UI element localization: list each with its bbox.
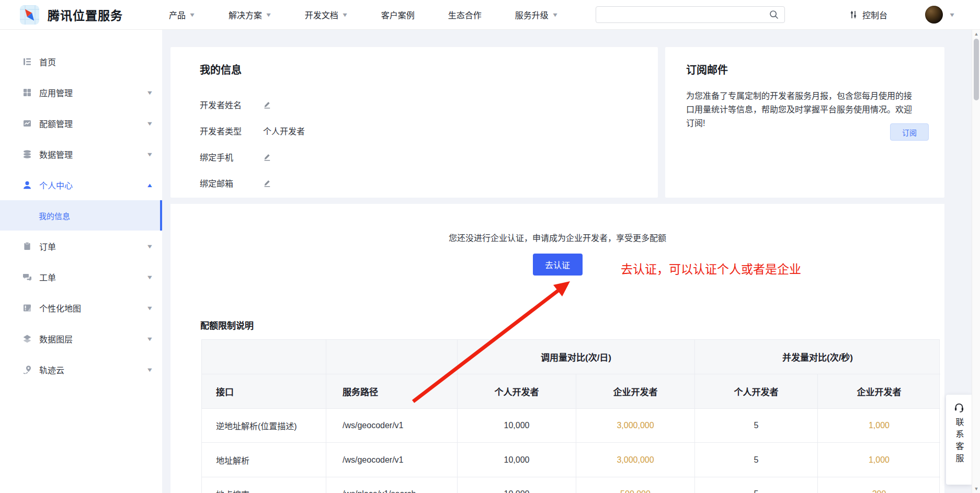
edit-pencil-icon[interactable] [263,153,271,161]
sidebar-item-home[interactable]: 首页 [0,46,162,77]
nav-item-products[interactable]: 产品 ▼ [169,8,195,21]
chevron-up-icon: ▲ [146,182,153,188]
chevron-down-icon: ▼ [189,12,196,18]
enterprise-daily-cell: 3,000,000 [576,442,694,477]
console-link[interactable]: 控制台 [849,8,887,21]
contact-support-tab[interactable]: 联系客服 [946,395,972,485]
database-icon [22,150,32,159]
field-label: 开发者姓名 [200,98,263,111]
personal-daily-cell: 10,000 [457,408,576,442]
brand-name: 腾讯位置服务 [48,6,123,24]
api-name-cell: 逆地址解析(位置描述) [202,408,326,442]
sidebar-item-label: 个人中心 [39,179,73,191]
cert-prompt: 您还没进行企业认证，申请成为企业开发者，享受更多配额 [170,204,944,244]
chevron-down-icon: ▼ [146,89,153,96]
sliders-icon [849,10,858,19]
custom-map-icon [22,303,32,313]
personal-daily-cell: 10,000 [457,442,576,477]
chevron-down-icon: ▼ [146,366,153,373]
table-row: 逆地址解析(位置描述) /ws/geocoder/v1 10,000 3,000… [202,408,939,442]
subscribe-card: 订阅邮件 为您准备了专属定制的开发者服务月报，包含您每月使用的接口用量统计等信息… [665,47,944,198]
avatar[interactable] [925,6,943,24]
nav-item-solutions[interactable]: 解决方案 ▼ [229,8,271,21]
track-pin-icon [22,365,32,374]
nav-item-docs[interactable]: 开发文档 ▼ [305,8,348,21]
enterprise-daily-cell: 500,000 [576,477,694,493]
main-content: 我的信息 开发者姓名 开发者类型 个人开发者 [162,30,980,493]
column-header: 企业开发者 [817,374,940,408]
search-icon[interactable] [769,9,779,20]
scroll-up-arrow-icon[interactable]: ▲ [972,30,980,38]
service-path-cell: /ws/geocoder/v1 [326,408,457,442]
field-label: 绑定手机 [200,151,263,163]
subscribe-card-body: 为您准备了专属定制的开发者服务月报，包含您每月使用的接口用量统计等信息，帮助您及… [686,89,915,130]
go-certify-button[interactable]: 去认证 [533,254,583,276]
sidebar-item-quota[interactable]: 配额管理 ▼ [0,108,162,139]
column-header: 服务路径 [326,374,457,408]
sidebar-item-label: 应用管理 [39,86,73,99]
nav-item-cases[interactable]: 客户案例 [381,8,415,21]
sidebar-item-track-cloud[interactable]: 轨迹云 ▼ [0,354,162,385]
sidebar-item-data[interactable]: 数据管理 ▼ [0,139,162,169]
sidebar-item-custom-map[interactable]: 个性化地图 ▼ [0,292,162,323]
enterprise-daily-cell: 3,000,000 [576,408,694,442]
nav-item-label: 客户案例 [381,8,415,21]
chevron-down-icon: ▼ [146,274,153,280]
nav-item-upgrade[interactable]: 服务升级 ▼ [515,8,558,21]
quota-chart-icon [22,119,32,128]
empty-header-cell [202,340,326,374]
nav-item-label: 产品 [169,8,186,21]
subscribe-button[interactable]: 订阅 [890,123,929,141]
scrollbar-thumb[interactable] [974,39,979,100]
table-row: 地点搜索 /ws/place/v1/search 10,000 500,000 … [202,477,939,493]
chevron-down-icon: ▼ [146,336,153,342]
chevron-down-icon: ▼ [146,151,153,157]
sidebar-item-apps[interactable]: 应用管理 ▼ [0,77,162,108]
column-header: 个人开发者 [457,374,576,408]
api-name-cell: 地址解析 [202,442,326,477]
sidebar-item-orders[interactable]: 订单 ▼ [0,231,162,261]
table-group-header-row: 调用量对比(次/日) 并发量对比(次/秒) [202,340,939,374]
nav-item-label: 服务升级 [515,8,549,21]
profile-card-title: 我的信息 [200,62,658,77]
brand[interactable]: 腾讯位置服务 [20,5,123,25]
app-screen: 腾讯位置服务 产品 ▼ 解决方案 ▼ 开发文档 ▼ 客户案例 生态合作 服务升级 [0,0,980,493]
profile-row-name: 开发者姓名 [200,91,658,118]
top-navbar: 腾讯位置服务 产品 ▼ 解决方案 ▼ 开发文档 ▼ 客户案例 生态合作 服务升级 [0,0,980,30]
sidebar-item-layers[interactable]: 数据图层 ▼ [0,323,162,354]
sidebar-item-label: 个性化地图 [39,302,81,314]
sidebar-item-label: 数据管理 [39,148,73,160]
order-clipboard-icon [22,242,32,251]
nav-menu: 产品 ▼ 解决方案 ▼ 开发文档 ▼ 客户案例 生态合作 服务升级 ▼ [169,8,591,21]
profile-rows: 开发者姓名 开发者类型 个人开发者 绑定手机 [200,91,658,196]
column-header: 接口 [202,374,326,408]
sidebar-item-label: 数据图层 [39,333,73,345]
chevron-down-icon[interactable]: ▼ [949,12,956,18]
chevron-down-icon: ▼ [265,12,272,18]
sidebar-item-label: 配额管理 [39,117,73,130]
sidebar: 首页 应用管理 ▼ 配额管理 ▼ [0,30,162,493]
cards-row: 我的信息 开发者姓名 开发者类型 个人开发者 [170,47,944,198]
column-header: 个人开发者 [694,374,817,408]
scroll-down-arrow-icon[interactable]: ▼ [972,485,980,493]
personal-qps-cell: 5 [694,408,817,442]
profile-row-type: 开发者类型 个人开发者 [200,118,658,144]
sidebar-item-tickets[interactable]: 工单 ▼ [0,261,162,292]
search-input[interactable] [596,7,769,22]
quota-table: 调用量对比(次/日) 并发量对比(次/秒) 接口 服务路径 个人开发者 企业开发… [201,339,940,493]
home-list-icon [22,57,32,66]
chevron-down-icon: ▼ [146,120,153,127]
group-header-qps: 并发量对比(次/秒) [694,340,940,374]
enterprise-qps-cell: 1,000 [817,442,940,477]
sidebar-item-label: 工单 [39,271,56,283]
sidebar-item-profile[interactable]: 个人中心 ▲ [0,169,162,200]
active-indicator-bar [160,200,162,231]
vertical-scrollbar[interactable]: ▲ ▼ [972,30,980,493]
edit-pencil-icon[interactable] [263,179,271,187]
navbar-right: 控制台 ▼ [849,6,970,24]
nav-item-ecosystem[interactable]: 生态合作 [448,8,482,21]
table-row: 地址解析 /ws/geocoder/v1 10,000 3,000,000 5 … [202,442,939,477]
chevron-down-icon: ▼ [551,12,559,18]
edit-pencil-icon[interactable] [263,100,271,109]
sidebar-subitem-my-info[interactable]: 我的信息 [0,200,162,231]
